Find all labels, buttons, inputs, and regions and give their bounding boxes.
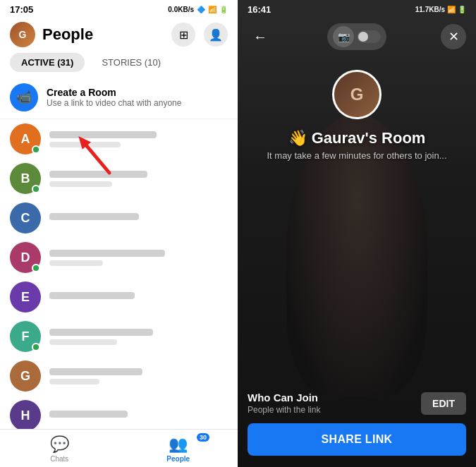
- who-can-join-row: Who Can Join People with the link EDIT: [248, 392, 466, 415]
- contact-avatar: F: [10, 321, 41, 352]
- avatar-img: C: [10, 202, 41, 233]
- back-button[interactable]: ←: [248, 24, 273, 49]
- contact-sub-bar: [49, 181, 112, 187]
- edit-button[interactable]: EDIT: [421, 392, 466, 415]
- list-item[interactable]: E: [0, 277, 238, 317]
- left-time: 17:05: [10, 4, 33, 15]
- contact-avatar: E: [10, 281, 41, 313]
- contact-name-bar: [49, 171, 147, 178]
- avatar-img: E: [10, 281, 41, 313]
- contact-sub-bar: [49, 142, 121, 147]
- right-status-icons: 11.7KB/s 📶 🔋: [415, 6, 466, 13]
- who-can-join-text: Who Can Join People with the link: [248, 392, 320, 415]
- contact-avatar: G: [10, 360, 41, 392]
- toggle-knob: [358, 32, 368, 42]
- contact-avatar: H: [10, 400, 41, 429]
- close-button[interactable]: ✕: [441, 24, 466, 49]
- user-avatar[interactable]: G: [10, 22, 35, 47]
- add-person-button[interactable]: 👤: [204, 23, 228, 47]
- list-item[interactable]: A: [0, 119, 238, 159]
- room-subtitle: It may take a few minutes for others to …: [267, 150, 446, 161]
- contact-sub-bar: [49, 339, 117, 345]
- room-video-icon: 📹: [10, 83, 38, 111]
- contact-list: A B C: [0, 119, 238, 429]
- nav-chats[interactable]: 💬 Chats: [0, 430, 119, 467]
- tab-active[interactable]: ACTIVE (31): [10, 53, 85, 72]
- avatar-img: H: [10, 400, 41, 429]
- camera-toggle-switch[interactable]: [357, 30, 381, 43]
- contact-name-bar: [49, 213, 139, 220]
- contact-info: [49, 213, 228, 224]
- left-status-bar: 17:05 0.0KB/s 🔷 📶 🔋: [0, 0, 238, 18]
- create-room-item[interactable]: 📹 Create a Room Use a link to video chat…: [0, 78, 238, 119]
- room-name-text: Gaurav's Room: [312, 129, 426, 147]
- chats-label: Chats: [50, 455, 68, 463]
- list-item[interactable]: D: [0, 238, 238, 277]
- contact-name-bar: [49, 250, 165, 257]
- room-bottom: Who Can Join People with the link EDIT S…: [238, 392, 476, 467]
- contact-info: [49, 329, 228, 345]
- list-item[interactable]: B: [0, 159, 238, 198]
- who-can-join-title: Who Can Join: [248, 392, 320, 404]
- list-item[interactable]: F: [0, 317, 238, 356]
- grid-icon-button[interactable]: ⊞: [171, 23, 195, 47]
- list-item[interactable]: G: [0, 356, 238, 396]
- contact-name-bar: [49, 292, 135, 299]
- right-battery-icon: 🔋: [458, 6, 466, 13]
- nav-people[interactable]: 👥 30 People: [119, 430, 238, 467]
- people-icon: 👥: [169, 435, 188, 454]
- online-indicator: [32, 145, 40, 154]
- share-link-button[interactable]: SHARE LINK: [248, 423, 466, 456]
- people-label: People: [166, 455, 190, 463]
- right-panel: 16:41 11.7KB/s 📶 🔋 ← 📷 ✕ G 👋 Gaurav's Ro…: [238, 0, 476, 467]
- right-top-controls: ← 📷 ✕: [238, 18, 476, 56]
- list-item[interactable]: H: [0, 396, 238, 429]
- list-item[interactable]: C: [0, 198, 238, 238]
- page-title: People: [42, 25, 93, 44]
- left-panel: 17:05 0.0KB/s 🔷 📶 🔋 G People ⊞ 👤 ACTIVE …: [0, 0, 238, 467]
- contact-name-bar: [49, 329, 153, 336]
- tabs-row: ACTIVE (31) STORIES (10): [0, 53, 238, 72]
- contact-sub-bar: [49, 260, 103, 266]
- contact-info: [49, 292, 228, 303]
- camera-toggle-group: 📷: [327, 23, 386, 50]
- top-bar-left: G People: [10, 22, 93, 47]
- camera-off-icon[interactable]: 📷: [333, 26, 354, 47]
- contact-info: [49, 171, 228, 187]
- contact-info: [49, 250, 228, 266]
- who-can-join-subtitle: People with the link: [248, 405, 320, 415]
- tab-stories[interactable]: STORIES (10): [90, 53, 172, 72]
- room-text: Create a Room Use a link to video chat w…: [47, 87, 181, 108]
- signal-icon: 📶: [208, 6, 216, 13]
- contact-info: [49, 368, 228, 384]
- room-center: G 👋 Gaurav's Room It may take a few minu…: [238, 56, 476, 168]
- top-bar: G People ⊞ 👤: [0, 18, 238, 53]
- room-name: 👋 Gaurav's Room: [288, 129, 426, 147]
- contact-name-bar: [49, 368, 142, 375]
- online-indicator: [32, 343, 40, 351]
- chats-icon: 💬: [50, 435, 69, 454]
- contact-info: [49, 131, 228, 147]
- top-bar-right: ⊞ 👤: [171, 23, 228, 47]
- network-icon: 0.0KB/s: [168, 6, 194, 13]
- contact-avatar: B: [10, 163, 41, 194]
- contact-avatar: D: [10, 242, 41, 273]
- online-indicator: [32, 185, 40, 193]
- host-avatar: G: [332, 70, 382, 119]
- contact-name-bar: [49, 411, 128, 418]
- bluetooth-icon: 🔷: [197, 6, 205, 13]
- contact-avatar: C: [10, 202, 41, 233]
- contact-sub-bar: [49, 379, 99, 384]
- right-network-speed: 11.7KB/s: [415, 6, 445, 13]
- right-status-bar: 16:41 11.7KB/s 📶 🔋: [238, 0, 476, 18]
- room-emoji: 👋: [288, 129, 307, 147]
- contact-info: [49, 411, 228, 421]
- people-badge: 30: [197, 433, 209, 442]
- left-status-icons: 0.0KB/s 🔷 📶 🔋: [168, 6, 228, 13]
- host-avatar-inner: G: [334, 72, 379, 117]
- online-indicator: [32, 264, 40, 272]
- contact-avatar: A: [10, 123, 41, 154]
- bottom-nav: 💬 Chats 👥 30 People: [0, 429, 238, 467]
- right-time: 16:41: [248, 4, 271, 15]
- contact-name-bar: [49, 131, 157, 138]
